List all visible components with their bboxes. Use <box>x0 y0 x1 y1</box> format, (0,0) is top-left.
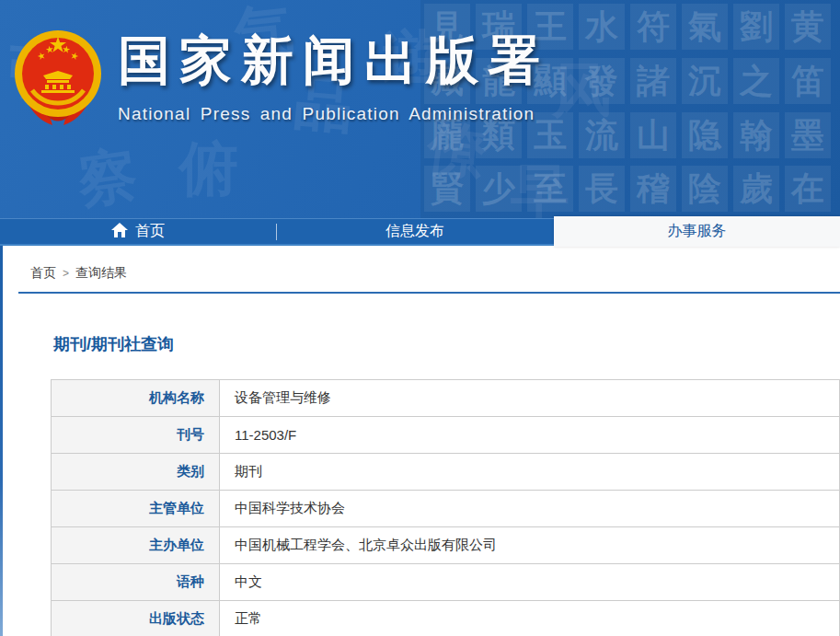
nav-services-label: 办事服务 <box>668 222 727 241</box>
site-title: 国家新闻出版署 <box>118 26 549 97</box>
row-label: 主管单位 <box>52 491 220 527</box>
national-emblem-icon <box>12 28 104 133</box>
site-subtitle: National Press and Publication Administr… <box>118 104 549 124</box>
table-row: 刊号11-2503/F <box>52 417 840 454</box>
table-row: 主办单位中国机械工程学会、北京卓众出版有限公司 <box>52 527 840 564</box>
row-value: 设备管理与维修 <box>220 380 840 417</box>
breadcrumb-home-link[interactable]: 首页 <box>30 265 56 282</box>
row-value: 正常 <box>220 601 840 636</box>
page-title: 期刊/期刊社查询 <box>53 333 840 355</box>
site-logo[interactable]: 国家新闻出版署 National Press and Publication A… <box>0 0 644 218</box>
breadcrumb-current: 查询结果 <box>75 265 127 282</box>
seal-stamp-char: 劉 <box>733 4 779 50</box>
seal-stamp-char: 沉 <box>682 58 728 104</box>
row-label: 类别 <box>52 454 220 491</box>
left-edge-strip <box>0 246 3 636</box>
table-row: 机构名称设备管理与维修 <box>52 380 840 417</box>
nav-home-label: 首页 <box>135 222 165 241</box>
row-value: 11-2503/F <box>220 417 840 454</box>
seal-stamp-char: 陰 <box>682 166 728 212</box>
breadcrumb-separator: > <box>63 267 69 280</box>
breadcrumb: 首页 > 查询结果 <box>0 246 840 282</box>
nav-item-home[interactable]: 首页 <box>0 219 276 245</box>
seal-stamp-char: 歲 <box>733 166 779 212</box>
row-label: 主办单位 <box>52 527 220 564</box>
journal-info-table-body: 机构名称设备管理与维修刊号11-2503/F类别期刊主管单位中国科学技术协会主办… <box>52 380 840 636</box>
row-label: 出版状态 <box>52 601 220 636</box>
table-row: 语种中文 <box>52 564 840 601</box>
main-navbar: 首页 信息发布 办事服务 <box>0 218 840 246</box>
nav-item-info[interactable]: 信息发布 <box>277 219 553 245</box>
seal-stamp-char: 墨 <box>785 112 831 158</box>
journal-info-table: 机构名称设备管理与维修刊号11-2503/F类别期刊主管单位中国科学技术协会主办… <box>51 379 840 636</box>
row-value: 中文 <box>220 564 840 601</box>
table-row: 主管单位中国科学技术协会 <box>52 491 840 527</box>
seal-stamp-char: 黄 <box>785 4 831 50</box>
seal-stamp-char: 隐 <box>682 112 728 158</box>
row-value: 期刊 <box>220 454 840 491</box>
seal-stamp-char: 翰 <box>733 112 779 158</box>
seal-stamp-char: 之 <box>733 58 779 104</box>
row-label: 刊号 <box>52 417 220 454</box>
row-value: 中国机械工程学会、北京卓众出版有限公司 <box>220 527 840 564</box>
seal-stamp-char: 氣 <box>682 4 728 50</box>
home-icon <box>111 223 128 241</box>
nav-item-services[interactable]: 办事服务 <box>554 216 840 247</box>
row-label: 机构名称 <box>52 380 220 417</box>
table-row: 出版状态正常 <box>52 601 840 636</box>
site-header: 气品俯察遊僚早引风 見瑞王水符氣劉黄藏龍顯發諸沉之笛龎類玉流山隐翰墨賢少至長稽陰… <box>0 0 840 218</box>
nav-info-label: 信息发布 <box>385 222 444 241</box>
table-row: 类别期刊 <box>52 454 840 491</box>
seal-stamp-char: 在 <box>785 166 831 212</box>
site-title-block: 国家新闻出版署 National Press and Publication A… <box>118 26 549 124</box>
row-value: 中国科学技术协会 <box>220 491 840 527</box>
row-label: 语种 <box>52 564 220 601</box>
seal-stamp-char: 笛 <box>785 58 831 104</box>
breadcrumb-divider <box>18 292 840 294</box>
main-content: 首页 > 查询结果 期刊/期刊社查询 机构名称设备管理与维修刊号11-2503/… <box>0 246 840 636</box>
